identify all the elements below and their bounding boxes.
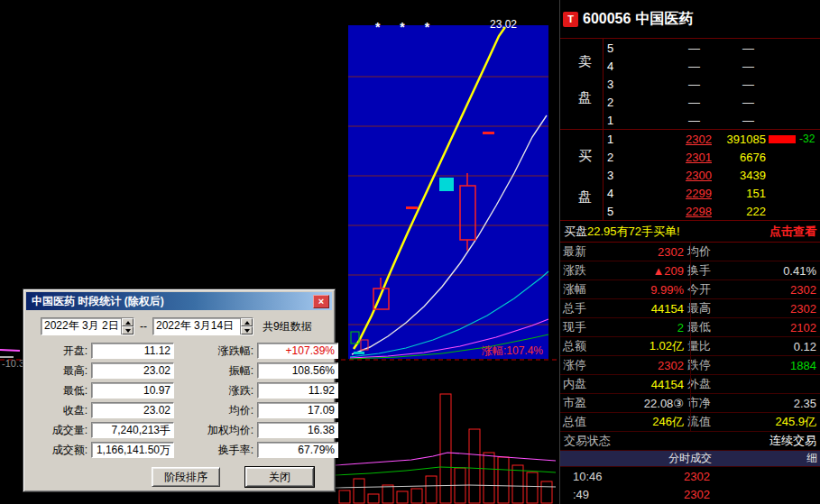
amplitude-field: 108.56% [257, 362, 338, 379]
trading-terminal: * * * 23.02 涨幅:107.4% -10.3 T 600056 中国医… [0, 0, 820, 504]
field-label: 均价: [178, 403, 253, 418]
buy-price[interactable]: 2299 [623, 187, 712, 200]
buy-levels: 1 2302 391085 -32 2 2301 6676 3 2300 [560, 130, 820, 220]
level-num: 4 [607, 187, 623, 200]
dialog-titlebar[interactable]: 中国医药 时段统计 (除权后) × [26, 292, 332, 310]
grid-lines [348, 77, 548, 325]
stats-table: 最新2302 均价 涨跌▲209 换手0.41% 涨幅9.99% 今开2302 … [560, 243, 820, 432]
sell-row-5[interactable]: 5 — — [560, 39, 820, 57]
spin-up-icon[interactable] [241, 318, 253, 326]
buy-row-4[interactable]: 4 2299 151 [560, 184, 820, 202]
tick-list-header: 分时成交 细 [560, 451, 820, 467]
sell-price: — [623, 78, 712, 91]
stats-row: 涨停2302 跌停1884 [560, 356, 820, 375]
sell-price: — [623, 114, 712, 127]
tick-detail-tab[interactable]: 细 [806, 451, 817, 466]
sell-volume: — [712, 41, 766, 55]
buy-price[interactable]: 2298 [623, 205, 712, 218]
field-label: 涨跌: [178, 383, 253, 399]
weighted-avg-field: 16.38 [257, 422, 338, 438]
sell-row-2[interactable]: 2 — — [560, 93, 820, 111]
stats-row: 内盘44154 外盘 [560, 375, 820, 394]
date-separator: -- [140, 320, 147, 333]
buy-row-3[interactable]: 3 2300 3439 [560, 166, 820, 184]
tick-list[interactable]: 10:46 2302 :49 2302 [560, 467, 820, 503]
change-pct-field: +107.39% [257, 343, 338, 359]
stats-row: 总值246亿 流值245.9亿 [560, 413, 820, 432]
stock-title-bar: T 600056 中国医药 [560, 0, 820, 39]
buy-price[interactable]: 2301 [623, 151, 712, 164]
field-label: 最高: [35, 363, 88, 379]
level-num: 3 [607, 78, 623, 91]
stats-row: 涨跌▲209 换手0.41% [560, 261, 820, 280]
sell-price: — [623, 41, 712, 55]
turnover-rate-field: 67.79% [257, 442, 338, 458]
date-to-spinner[interactable]: 2022年 3月14日 [152, 317, 253, 335]
date-range-row: 2022年 3月 2日 -- 2022年 3月14日 共9组数据 [41, 317, 332, 335]
level-num: 2 [607, 96, 623, 109]
dialog-close-button[interactable]: 关闭 [245, 467, 314, 487]
spin-up-icon[interactable] [122, 318, 134, 326]
tick-row: :49 2302 [560, 485, 820, 503]
sell-price: — [623, 96, 712, 109]
sell-row-1[interactable]: 1 — — [560, 111, 820, 129]
order-book: 卖 盘 买 盘 5 — — 4 — — 3 — [560, 39, 820, 221]
spin-down-icon[interactable] [241, 326, 253, 334]
field-label: 成交额: [35, 443, 88, 458]
change-field: 11.92 [257, 382, 338, 399]
buy-price[interactable]: 2300 [623, 169, 712, 182]
buy-row-2[interactable]: 2 2301 6676 [560, 148, 820, 166]
sell-row-4[interactable]: 4 — — [560, 57, 820, 75]
spin-down-icon[interactable] [122, 326, 134, 334]
event-star-markers: * * * [375, 20, 438, 34]
buy-price[interactable]: 2302 [623, 133, 712, 146]
low-field: 10.97 [91, 382, 174, 399]
period-stats-dialog: 中国医药 时段统计 (除权后) × 2022年 3月 2日 -- 2022年 3… [23, 289, 336, 492]
buy-row-5[interactable]: 5 2298 222 [560, 202, 820, 220]
buy-volume: 222 [712, 205, 766, 218]
sort-button[interactable]: 阶段排序 [152, 467, 220, 487]
order-delta: -32 [799, 133, 815, 145]
field-label: 成交量: [35, 423, 88, 438]
close-icon[interactable]: × [313, 295, 329, 308]
close-field: 23.02 [91, 402, 174, 418]
buy-side-label: 买 [578, 148, 592, 165]
open-field: 11.12 [91, 343, 174, 359]
field-label: 收盘: [35, 403, 88, 418]
large-buy-order-bar [769, 135, 796, 143]
average-line [352, 115, 547, 354]
left-edge-line-tails [0, 350, 20, 357]
level-num: 1 [607, 114, 623, 127]
big-order-alert: 买盘 22.95有72手买单! 点击查看 [560, 221, 820, 243]
stats-row: 最新2302 均价 [560, 243, 820, 261]
tick-row: 10:46 2302 [560, 467, 820, 485]
avg-price-field: 17.09 [257, 402, 338, 418]
buy-volume: 6676 [712, 151, 766, 164]
sell-volume: — [712, 96, 766, 109]
peak-price-label: 23.02 [490, 18, 517, 31]
level-num: 4 [607, 60, 623, 73]
sell-price: — [623, 60, 712, 73]
alert-text: 22.95有72手买单! [587, 224, 769, 240]
date-from-spinner[interactable]: 2022年 3月 2日 [41, 317, 134, 335]
level-num: 5 [607, 205, 623, 218]
date-from-value: 2022年 3月 2日 [41, 318, 121, 334]
volume-ma-lines [336, 453, 556, 488]
level-num: 2 [607, 151, 623, 164]
field-label: 加权均价: [178, 423, 253, 438]
tick-list-title[interactable]: 分时成交 [560, 451, 820, 466]
level-num: 5 [607, 41, 623, 55]
sell-side-label: 卖 [578, 53, 592, 70]
period-stats-grid: 开盘: 11.12 涨跌幅: +107.39% 最高: 23.02 振幅: 10… [35, 343, 332, 458]
volume-field: 7,240,213手 [91, 422, 174, 438]
buy-row-1[interactable]: 1 2302 391085 -32 [560, 130, 820, 148]
level-num: 1 [607, 133, 623, 146]
date-to-value: 2022年 3月14日 [153, 318, 240, 334]
trading-status-row: 交易状态 连续交易 [560, 432, 820, 451]
buy-volume: 3439 [712, 169, 766, 182]
sell-volume: — [712, 60, 766, 73]
sell-volume: — [712, 114, 766, 127]
sell-row-3[interactable]: 3 — — [560, 75, 820, 93]
alert-view-link[interactable]: 点击查看 [769, 224, 816, 240]
y-axis-label: -10.3 [2, 358, 24, 369]
